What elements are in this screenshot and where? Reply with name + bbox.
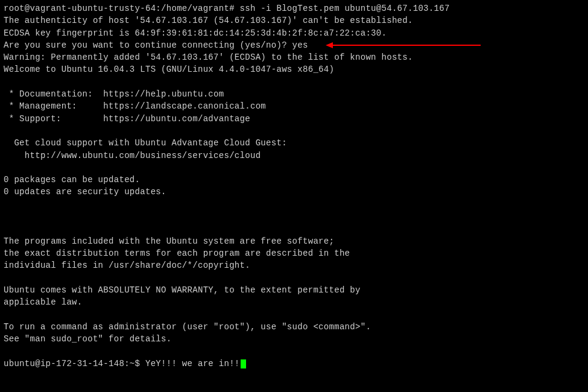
terminal-line: To run a command as administrator (user … [4, 321, 584, 333]
terminal-line [4, 308, 584, 320]
terminal-line [4, 76, 584, 88]
terminal-line [4, 345, 584, 357]
terminal-output[interactable]: root@vagrant-ubuntu-trusty-64:/home/vagr… [4, 2, 584, 370]
terminal-line: http://www.ubuntu.com/business/services/… [4, 150, 584, 162]
terminal-line: root@vagrant-ubuntu-trusty-64:/home/vagr… [4, 2, 584, 14]
terminal-line: * Management: https://landscape.canonica… [4, 100, 584, 112]
terminal-line: applicable law. [4, 296, 584, 308]
terminal-line: Are you sure you want to continue connec… [4, 39, 584, 51]
terminal-line: Warning: Permanently added '54.67.103.16… [4, 51, 584, 63]
terminal-line: ubuntu@ip-172-31-14-148:~$ YeY!!! we are… [4, 358, 584, 370]
terminal-line: Welcome to Ubuntu 16.04.3 LTS (GNU/Linux… [4, 63, 584, 75]
terminal-line: the exact distribution terms for each pr… [4, 247, 584, 259]
terminal-line [4, 125, 584, 137]
terminal-line [4, 223, 584, 235]
terminal-line: * Support: https://ubuntu.com/advantage [4, 113, 584, 125]
terminal-line [4, 162, 584, 174]
terminal-line: Ubuntu comes with ABSOLUTELY NO WARRANTY… [4, 284, 584, 296]
terminal-line: 0 updates are security updates. [4, 186, 584, 198]
terminal-line: 0 packages can be updated. [4, 174, 584, 186]
terminal-line: * Documentation: https://help.ubuntu.com [4, 88, 584, 100]
terminal-line [4, 210, 584, 223]
terminal-line: Get cloud support with Ubuntu Advantage … [4, 137, 584, 149]
terminal-line [4, 272, 584, 284]
terminal-line [4, 198, 584, 210]
terminal-line: individual files in /usr/share/doc/*/cop… [4, 259, 584, 271]
terminal-line: See "man sudo_root" for details. [4, 333, 584, 345]
cursor-icon [241, 359, 246, 368]
terminal-line: The programs included with the Ubuntu sy… [4, 235, 584, 247]
terminal-line: ECDSA key fingerprint is 64:9f:39:61:81:… [4, 27, 584, 39]
terminal-line: The authenticity of host '54.67.103.167 … [4, 14, 584, 27]
